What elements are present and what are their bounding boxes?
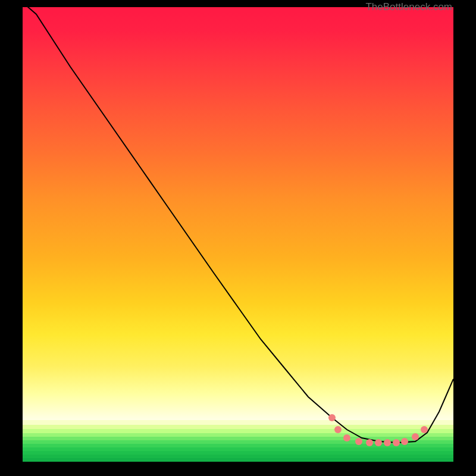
chart-area [23, 7, 453, 462]
marker-dot [401, 438, 408, 445]
marker-dot [375, 439, 382, 446]
marker-dot [366, 439, 373, 446]
marker-dot [384, 439, 391, 446]
marker-dot [343, 434, 350, 441]
curve-svg [23, 7, 453, 462]
marker-dot [328, 414, 336, 421]
curve-line [23, 7, 453, 443]
marker-dot [412, 433, 419, 440]
marker-dot [334, 426, 342, 433]
chart-container: TheBottleneck.com [0, 0, 476, 476]
marker-dot [355, 438, 362, 445]
marker-dot [421, 426, 428, 433]
marker-dot [393, 439, 400, 446]
watermark-text: TheBottleneck.com [365, 1, 452, 13]
curve-path [23, 7, 453, 443]
